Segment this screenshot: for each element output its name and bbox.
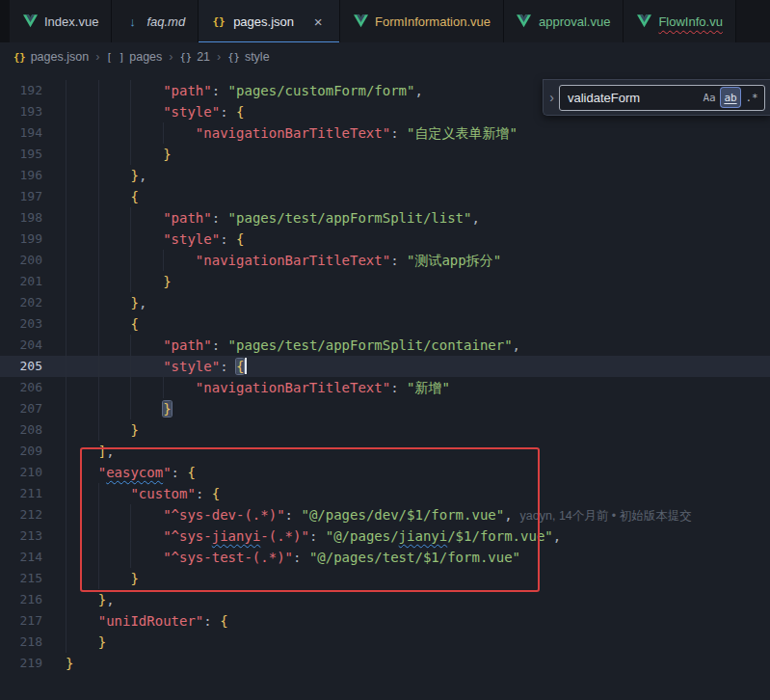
find-expand-chevron-icon[interactable]: › [544, 90, 559, 105]
code-content: }, [66, 165, 146, 186]
code-line-196[interactable]: 196 }, [0, 165, 770, 186]
tab-bar: Index.vue↓faq.md{}pages.json×FormInforma… [0, 0, 770, 42]
line-number: 205 [0, 356, 42, 377]
code-line-194[interactable]: 194 "navigationBarTitleText": "自定义表单新增" [0, 122, 770, 144]
code-line-203[interactable]: 203 { [0, 313, 770, 335]
whitespace [66, 274, 163, 289]
tab-Index.vue[interactable]: Index.vue [10, 0, 112, 42]
code-content: "^sys-dev-(.*)": "@/pages/dev/$1/form.vu… [66, 504, 692, 525]
code-line-205[interactable]: 205 "style": { [0, 356, 770, 377]
token: } [98, 592, 106, 607]
breadcrumb-item-style[interactable]: {}style [227, 50, 269, 64]
code-line-216[interactable]: 216 }, [0, 589, 770, 610]
token: "path" [163, 83, 212, 98]
find-input[interactable]: validateForm Aa ab .* [559, 85, 765, 111]
tab-FlowInfo.vu[interactable]: FlowInfo.vu [624, 0, 735, 42]
token: : [212, 337, 228, 353]
breadcrumb-item-21[interactable]: {}21 [180, 50, 211, 64]
vue-icon [22, 14, 38, 28]
token: "navigationBarTitleText" [196, 125, 390, 141]
code-line-200[interactable]: 200 "navigationBarTitleText": "测试app拆分" [0, 250, 770, 271]
token: { [212, 486, 220, 501]
line-number: 197 [0, 186, 42, 207]
code-content: }, [66, 589, 115, 610]
code-line-207[interactable]: 207 } [0, 398, 770, 419]
code-line-202[interactable]: 202 }, [0, 292, 770, 313]
tab-approval.vue[interactable]: approval.vue [504, 0, 624, 42]
token: , [106, 592, 114, 607]
text-cursor [245, 358, 247, 374]
token: } [163, 401, 171, 417]
code-line-211[interactable]: 211 "custom": { [0, 483, 770, 504]
code-line-195[interactable]: 195 } [0, 144, 770, 165]
whitespace [66, 104, 163, 120]
code-line-209[interactable]: 209 ], [0, 441, 770, 462]
code-content: "navigationBarTitleText": "自定义表单新增" [66, 122, 518, 144]
line-number: 208 [0, 419, 42, 441]
tab-label: approval.vue [539, 14, 610, 29]
whitespace [66, 486, 130, 501]
token: : [196, 486, 212, 501]
token: : [293, 550, 309, 565]
whitespace [66, 444, 98, 459]
code-line-214[interactable]: 214 "^sys-test-(.*)": "@/pages/test/$1/f… [0, 547, 770, 568]
token: "pages/test/appFormSplit/container" [228, 337, 513, 353]
token: { [236, 231, 244, 247]
breadcrumb-item-pages.json[interactable]: {}pages.json [13, 50, 89, 64]
match-case-icon[interactable]: Aa [700, 88, 719, 107]
line-number: 211 [0, 483, 42, 504]
breadcrumb-separator: › [95, 50, 99, 64]
regex-icon[interactable]: .* [742, 88, 761, 107]
whole-word-icon[interactable]: ab [721, 88, 740, 107]
code-content: }, [66, 292, 146, 313]
line-number: 192 [0, 80, 42, 101]
symbol-object-icon: {} [227, 51, 240, 63]
token: } [130, 295, 138, 310]
find-widget: › validateForm Aa ab .* [543, 79, 770, 116]
code-line-199[interactable]: 199 "style": { [0, 229, 770, 250]
breadcrumb-item-pages[interactable]: [ ]pages [106, 50, 162, 64]
code-line-204[interactable]: 204 "path": "pages/test/appFormSplit/con… [0, 335, 770, 356]
whitespace [66, 231, 163, 247]
token: "自定义表单新增" [407, 125, 518, 141]
whitespace [66, 168, 130, 183]
token: { [220, 613, 227, 629]
code-line-210[interactable]: 210 "easycom": { [0, 462, 770, 483]
code-line-217[interactable]: 217 "uniIdRouter": { [0, 610, 770, 632]
code-content: ], [66, 441, 115, 462]
code-line-201[interactable]: 201 } [0, 271, 770, 292]
tab-faq.md[interactable]: ↓faq.md [112, 0, 199, 42]
code-line-206[interactable]: 206 "navigationBarTitleText": "新增" [0, 377, 770, 398]
code-line-198[interactable]: 198 "path": "pages/test/appFormSplit/lis… [0, 207, 770, 229]
vscode-window: { "colors": { "accent_blue": "#4f8bd6", … [0, 0, 770, 700]
editor[interactable]: 192 "path": "pages/customForm/form",193 … [0, 71, 770, 700]
token: { [236, 104, 244, 120]
whitespace [66, 592, 98, 607]
code-line-213[interactable]: 213 "^sys-jianyi-(.*)": "@/pages/jianyi/… [0, 525, 770, 547]
whitespace [66, 422, 130, 438]
token: } [98, 634, 106, 650]
code-line-197[interactable]: 197 { [0, 186, 770, 207]
code-line-219[interactable]: 219} [0, 653, 770, 674]
code-line-215[interactable]: 215 } [0, 568, 770, 589]
token: "custom" [130, 486, 195, 501]
whitespace [66, 550, 163, 565]
line-number: 206 [0, 377, 42, 398]
token: , [139, 295, 146, 310]
line-number: 210 [0, 462, 42, 483]
code-content: "path": "pages/customForm/form", [66, 80, 423, 101]
close-icon[interactable]: × [309, 13, 327, 30]
whitespace [66, 571, 130, 586]
code-line-212[interactable]: 212 "^sys-dev-(.*)": "@/pages/dev/$1/for… [0, 504, 770, 525]
code-line-218[interactable]: 218 } [0, 632, 770, 653]
breadcrumb-separator: › [217, 50, 221, 64]
code-area[interactable]: 192 "path": "pages/customForm/form",193 … [0, 80, 770, 674]
code-content: "uniIdRouter": { [66, 610, 228, 632]
tab-pages.json[interactable]: {}pages.json× [199, 0, 340, 42]
tab-label: pages.json [233, 14, 294, 29]
tab-FormInformation.vue[interactable]: FormInformation.vue [340, 0, 504, 42]
symbol-array-icon: [ ] [106, 51, 124, 63]
code-line-208[interactable]: 208 } [0, 419, 770, 441]
find-input-value[interactable]: validateForm [568, 91, 698, 105]
tab-label: Index.vue [44, 14, 98, 29]
